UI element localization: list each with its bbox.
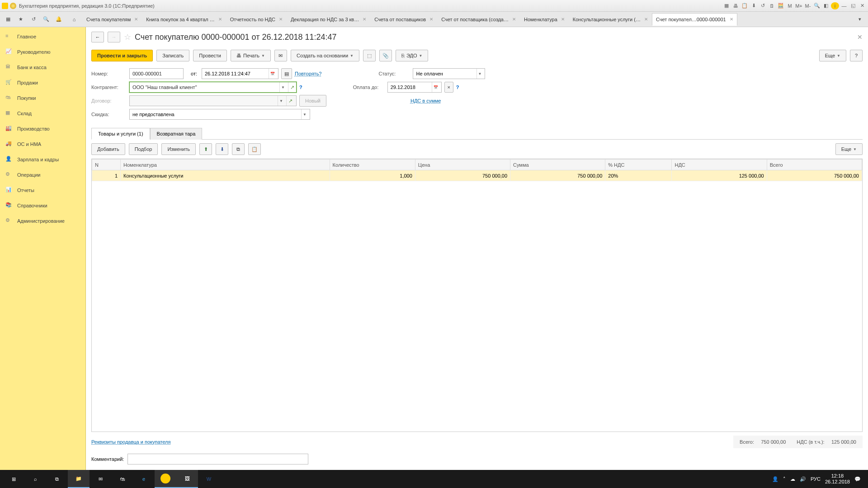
tab-close-icon[interactable]: ✕ <box>134 17 138 22</box>
date-extra-button[interactable]: ▤ <box>281 68 292 79</box>
structure-button[interactable]: ⬚ <box>363 50 376 61</box>
sys-close-icon[interactable]: ✕ <box>858 2 866 9</box>
clear-date-button[interactable]: × <box>444 82 453 93</box>
photos-icon[interactable]: 🖼 <box>176 470 198 488</box>
app-1c-icon[interactable] <box>155 470 176 488</box>
column-header[interactable]: Сумма <box>510 160 605 170</box>
table-row[interactable]: 1Консультационные услуги1,000750 000,007… <box>92 170 862 181</box>
tab-close-icon[interactable]: ✕ <box>429 17 433 22</box>
paste-button[interactable]: 📋 <box>248 143 261 155</box>
repeat-link[interactable]: Повторять? <box>295 71 322 76</box>
sidebar-item[interactable]: 📊Отчеты <box>0 183 85 198</box>
sidebar-item[interactable]: 🚚ОС и НМА <box>0 136 85 152</box>
store-icon[interactable]: 🛍 <box>111 470 133 488</box>
email-button[interactable]: ✉ <box>274 50 287 61</box>
sidebar-item[interactable]: 👤Зарплата и кадры <box>0 152 85 167</box>
sys-icon[interactable]: 🗓 <box>768 2 776 9</box>
nav-forward-button[interactable]: → <box>108 32 120 42</box>
sys-icon[interactable]: 🧮 <box>777 2 785 9</box>
attach-button[interactable]: 📎 <box>379 50 392 61</box>
sys-m-icon[interactable]: M- <box>804 2 812 9</box>
document-tab[interactable]: Отчетность по НДС✕ <box>226 13 287 26</box>
copy-button[interactable]: ⧉ <box>232 143 245 155</box>
tray-lang[interactable]: РУС <box>811 476 821 482</box>
tray-people-icon[interactable]: 👤 <box>772 476 778 482</box>
move-down-button[interactable]: ⬇ <box>216 143 228 155</box>
apps-icon[interactable]: ▦ <box>2 13 14 26</box>
vat-in-sum-link[interactable]: НДС в сумме <box>410 98 441 103</box>
tab-close-icon[interactable]: ✕ <box>218 17 222 22</box>
column-header[interactable]: Номенклатура <box>121 160 330 170</box>
bell-icon[interactable]: 🔔 <box>52 13 65 26</box>
column-header[interactable]: N <box>92 160 121 170</box>
sys-zoom-icon[interactable]: 🔍 <box>813 2 821 9</box>
sidebar-item[interactable]: ⚙Операции <box>0 167 85 183</box>
task-view-icon[interactable]: ⧉ <box>46 470 68 488</box>
calendar-icon[interactable]: 📅 <box>432 82 439 92</box>
help-icon[interactable]: ? <box>299 84 302 90</box>
nav-back-button[interactable]: ← <box>91 32 104 42</box>
tab-close-icon[interactable]: ✕ <box>279 17 283 22</box>
sys-panel-icon[interactable]: ◧ <box>822 2 830 9</box>
detail-tab[interactable]: Возвратная тара <box>150 128 203 140</box>
sys-m-icon[interactable]: M <box>786 2 794 9</box>
column-header[interactable]: Всего <box>767 160 862 170</box>
document-tab[interactable]: Счет покупател…0000-000001✕ <box>652 13 737 26</box>
move-up-button[interactable]: ⬆ <box>199 143 212 155</box>
word-icon[interactable]: W <box>198 470 220 488</box>
document-tab[interactable]: Книга покупок за 4 квартал …✕ <box>142 13 226 26</box>
discount-select[interactable]: не предоставлена▼ <box>129 109 310 120</box>
tray-clock[interactable]: 12:1826.12.2018 <box>825 473 850 485</box>
date-field[interactable]: 26.12.2018 11:24:47📅 <box>202 68 278 79</box>
tray-volume-icon[interactable]: 🔊 <box>800 476 806 482</box>
number-field[interactable] <box>129 68 184 79</box>
more-button[interactable]: Еще▼ <box>819 50 846 61</box>
items-table[interactable]: NНоменклатураКоличествоЦенаСумма% НДСНДС… <box>91 159 863 432</box>
explorer-icon[interactable]: 📁 <box>68 470 90 488</box>
search-icon[interactable]: 🔍 <box>40 13 52 26</box>
counterparty-field[interactable]: ООО "Наш главный клиент" ▼ ↗ <box>129 82 297 93</box>
sys-icon[interactable]: ▦ <box>722 2 731 9</box>
column-header[interactable]: % НДС <box>605 160 672 170</box>
tab-close-icon[interactable]: ✕ <box>561 17 565 22</box>
contract-field[interactable]: ▼↗ <box>129 95 297 106</box>
document-tab[interactable]: Консультационные услуги (…✕ <box>569 13 652 26</box>
detail-tab[interactable]: Товары и услуги (1) <box>91 128 150 140</box>
tab-close-icon[interactable]: ✕ <box>730 17 733 22</box>
tray-notifications-icon[interactable]: 💬 <box>854 476 861 482</box>
sidebar-item[interactable]: 🛍Покупки <box>0 90 85 106</box>
edit-row-button[interactable]: Изменить <box>161 143 196 155</box>
sys-restore-icon[interactable]: ◱ <box>849 2 857 9</box>
tray-up-icon[interactable]: ˄ <box>783 476 786 482</box>
tab-close-icon[interactable]: ✕ <box>512 17 516 22</box>
taskbar-search-icon[interactable]: ⌕ <box>24 470 46 488</box>
pick-button[interactable]: Подбор <box>129 143 158 155</box>
help-icon[interactable]: ? <box>456 84 459 90</box>
tabs-dropdown-icon[interactable]: ▾ <box>854 13 866 26</box>
post-button[interactable]: Провести <box>193 50 227 61</box>
sidebar-item[interactable]: ≡Главное <box>0 29 85 44</box>
create-based-button[interactable]: Создать на основании▼ <box>291 50 359 61</box>
new-contract-button[interactable]: Новый <box>299 95 326 107</box>
document-tab[interactable]: Счета покупателям✕ <box>82 13 142 26</box>
comment-field[interactable] <box>127 454 308 465</box>
sys-m-icon[interactable]: M+ <box>795 2 803 9</box>
post-and-close-button[interactable]: Провести и закрыть <box>91 50 153 61</box>
sidebar-item[interactable]: 🛒Продажи <box>0 75 85 90</box>
sys-minimize-icon[interactable]: — <box>840 2 848 9</box>
sidebar-item[interactable]: 🏛Банк и касса <box>0 60 85 75</box>
sys-icon[interactable]: ↺ <box>759 2 767 9</box>
edo-button[interactable]: ⎘ЭДО▼ <box>396 50 428 61</box>
edge-icon[interactable]: e <box>133 470 155 488</box>
column-header[interactable]: НДС <box>672 160 767 170</box>
calendar-icon[interactable]: 📅 <box>269 69 276 79</box>
start-button[interactable]: ⊞ <box>3 470 24 488</box>
close-page-icon[interactable]: ✕ <box>857 33 863 41</box>
add-row-button[interactable]: Добавить <box>91 143 125 155</box>
home-icon[interactable]: ⌂ <box>68 13 80 26</box>
payuntil-field[interactable]: 29.12.2018📅 <box>387 82 442 93</box>
print-button[interactable]: 🖶Печать▼ <box>231 50 271 61</box>
dropdown-icon[interactable]: ▼ <box>279 82 286 92</box>
open-icon[interactable]: ↗ <box>288 82 296 92</box>
help-button[interactable]: ? <box>850 50 863 61</box>
